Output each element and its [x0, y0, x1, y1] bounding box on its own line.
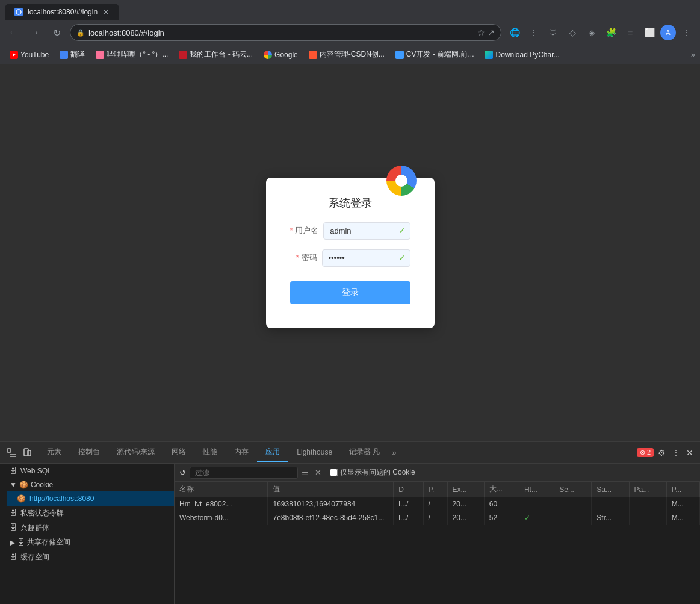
- menu-btn[interactable]: ⋮: [678, 24, 695, 41]
- sidebar-item-shared-storage[interactable]: ▶ 🗄 共享存储空间: [0, 535, 174, 550]
- bookmark-bilibili-label: 哔哩哔哩（° - °）...: [107, 49, 168, 60]
- extension-btn-1[interactable]: 🌐: [506, 24, 523, 41]
- logo-circle: [386, 166, 417, 196]
- sidebar-item-interest-group[interactable]: 🗄 兴趣群体: [0, 520, 174, 535]
- tab-close-btn[interactable]: ✕: [102, 7, 110, 17]
- cookie-filter-input[interactable]: [190, 467, 298, 479]
- bookmark-google[interactable]: Google: [259, 49, 303, 61]
- col-name[interactable]: 名称: [175, 482, 268, 497]
- devtools-device-btn[interactable]: [20, 446, 34, 459]
- cookie-size-2: 52: [484, 511, 519, 525]
- dt-tab-application-label: 应用: [265, 447, 280, 456]
- sidebar-item-cookie-parent[interactable]: ▼ 🍪 Cookie: [0, 478, 174, 491]
- col-value[interactable]: 值: [268, 482, 394, 497]
- dt-more-options-btn[interactable]: ⋮: [670, 446, 682, 459]
- extension-btn-7[interactable]: ≡: [622, 24, 639, 41]
- cookie-path-1: /: [423, 497, 447, 511]
- filter-icon-btn[interactable]: ⚌: [302, 468, 309, 477]
- username-input[interactable]: [323, 222, 410, 240]
- col-priority[interactable]: P...: [666, 482, 699, 497]
- extension-btn-6[interactable]: 🧩: [602, 24, 619, 41]
- address-bar[interactable]: 🔒 localhost:8080/#/login ☆ ↗: [70, 24, 501, 41]
- checkmark-icon: ✓: [524, 514, 530, 522]
- devtools-inspect-btn[interactable]: [5, 446, 18, 459]
- extension-btn-2[interactable]: ⋮: [525, 24, 542, 41]
- cookie-expires-2: 20...: [447, 511, 484, 525]
- col-partition[interactable]: Pa...: [629, 482, 666, 497]
- forward-button[interactable]: →: [26, 24, 43, 41]
- bookmarks-bar: YouTube 翻译 哔哩哔哩（° - °）... 我的工作台 - 码云... …: [0, 45, 700, 64]
- reload-button[interactable]: ↻: [48, 24, 65, 41]
- browser-tab[interactable]: localhost:8080/#/login ✕: [5, 4, 119, 20]
- cookie-toolbar: ↺ ⚌ ✕ 仅显示有问题的 Cookie: [175, 464, 700, 482]
- col-httponly[interactable]: Ht...: [519, 482, 554, 497]
- required-mark-2: *: [296, 253, 302, 262]
- dt-tab-recorder-label: 记录器 凡: [349, 447, 380, 456]
- dt-tab-memory[interactable]: 内存: [226, 443, 257, 462]
- login-card: 系统登录 * 用户名 ✓ * 密码: [266, 178, 435, 328]
- back-button[interactable]: ←: [5, 24, 22, 41]
- extension-btn-5[interactable]: ◈: [583, 24, 600, 41]
- col-samesite[interactable]: Sa...: [592, 482, 629, 497]
- sidebar-item-cookie-localhost[interactable]: 🍪 http://localhost:8080: [7, 491, 174, 506]
- password-input[interactable]: [322, 249, 410, 267]
- dt-tab-more-btn[interactable]: »: [388, 444, 400, 461]
- dt-tab-recorder[interactable]: 记录器 凡: [341, 443, 388, 462]
- col-secure[interactable]: Se...: [554, 482, 592, 497]
- chevron-right-icon: ▶: [10, 538, 15, 547]
- table-row[interactable]: Webstorm-d0... 7e8b08f8-ef12-48ec-85d4-2…: [175, 511, 700, 525]
- sidebar-item-secret-label: 私密状态令牌: [20, 508, 64, 518]
- maximize-btn[interactable]: ⬜: [641, 24, 658, 41]
- table-row[interactable]: Hm_lvt_e8002... 1693810123,1694077984 l.…: [175, 497, 700, 511]
- sidebar-item-cache[interactable]: 🗄 缓存空间: [0, 550, 174, 564]
- dt-tab-lighthouse[interactable]: Lighthouse: [288, 444, 341, 461]
- cookie-refresh-btn[interactable]: ↺: [179, 468, 186, 477]
- bookmark-work-label: 我的工作台 - 码云...: [190, 49, 253, 60]
- dt-tab-network[interactable]: 网络: [163, 443, 194, 462]
- devtools-sidebar: 🗄 Web SQL ▼ 🍪 Cookie 🍪 http://localhost:…: [0, 464, 175, 604]
- extension-btn-3[interactable]: 🛡: [545, 24, 562, 41]
- address-text: localhost:8080/#/login: [88, 28, 474, 37]
- dt-tab-elements[interactable]: 元素: [39, 443, 70, 462]
- dt-tab-console[interactable]: 控制台: [70, 443, 108, 462]
- sidebar-item-websql[interactable]: 🗄 Web SQL: [0, 464, 174, 478]
- col-size[interactable]: 大...: [484, 482, 519, 497]
- dt-tab-performance[interactable]: 性能: [194, 443, 226, 462]
- login-button[interactable]: 登录: [290, 281, 410, 304]
- logo-inner: [395, 175, 407, 187]
- bookmark-bilibili[interactable]: 哔哩哔哩（° - °）...: [91, 48, 173, 61]
- bookmark-cv[interactable]: CV开发 - 前端网.前...: [391, 48, 479, 61]
- login-logo: [386, 166, 417, 196]
- bookmark-star-btn[interactable]: ☆: [477, 28, 485, 37]
- bookmarks-more-btn[interactable]: »: [691, 50, 695, 59]
- show-issues-label[interactable]: 仅显示有问题的 Cookie: [330, 467, 415, 478]
- dt-tab-sources[interactable]: 源代码/来源: [108, 443, 163, 462]
- bookmark-youtube-label: YouTube: [20, 51, 49, 59]
- show-issues-checkbox[interactable]: [330, 469, 338, 476]
- sidebar-item-interest-label: 兴趣群体: [20, 523, 49, 533]
- dt-settings-btn[interactable]: ⚙: [656, 446, 667, 459]
- share-btn[interactable]: ↗: [488, 28, 495, 37]
- dt-tab-application[interactable]: 应用: [257, 443, 288, 462]
- cookie-tree: 🍪 http://localhost:8080: [0, 491, 174, 506]
- col-expires[interactable]: Ex...: [447, 482, 484, 497]
- devtools-controls: [5, 446, 34, 459]
- bookmark-pycharm[interactable]: Download PyChar...: [480, 49, 564, 61]
- dt-close-btn[interactable]: ✕: [684, 446, 695, 459]
- col-domain[interactable]: D: [394, 482, 423, 497]
- username-row: * 用户名 ✓: [290, 222, 410, 240]
- cookie-clear-all-btn[interactable]: ✕: [312, 468, 324, 477]
- dt-tab-sources-label: 源代码/来源: [117, 447, 155, 456]
- cv-favicon: [395, 51, 404, 59]
- col-path[interactable]: P.: [423, 482, 447, 497]
- bookmark-fanyi[interactable]: 翻译: [55, 48, 90, 61]
- sidebar-item-secret-token[interactable]: 🗄 私密状态令牌: [0, 506, 174, 520]
- profile-avatar[interactable]: A: [660, 25, 676, 40]
- bookmark-work[interactable]: 我的工作台 - 码云...: [174, 48, 258, 61]
- bookmark-youtube[interactable]: YouTube: [5, 49, 54, 61]
- google-favicon: [264, 51, 272, 59]
- devtools-tabs: 元素 控制台 源代码/来源 网络 性能 内存 应用: [0, 442, 700, 464]
- bookmark-csdn[interactable]: 内容管理-CSDN创...: [304, 48, 389, 61]
- extension-btn-4[interactable]: ◇: [564, 24, 581, 41]
- dt-tab-elements-label: 元素: [47, 447, 61, 456]
